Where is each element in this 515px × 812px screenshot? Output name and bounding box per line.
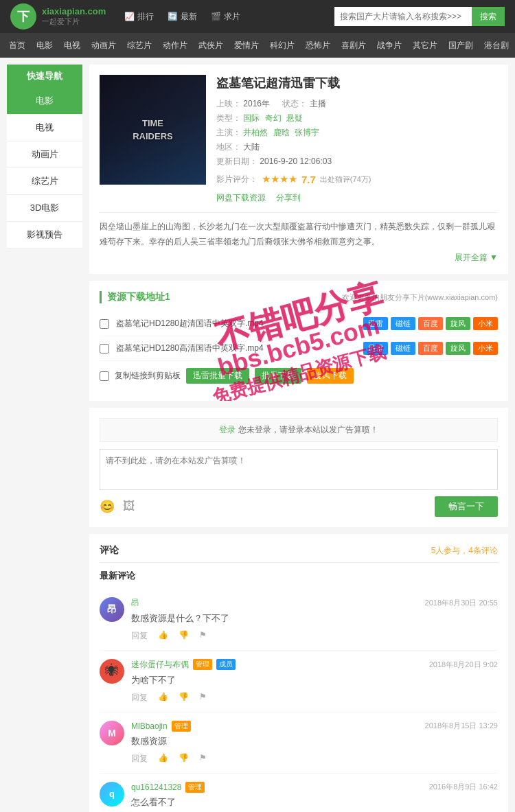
special-checkbox[interactable] — [100, 371, 109, 381]
batch-xunlei-btn[interactable]: 迅雷批量下载 — [186, 368, 249, 384]
logo[interactable]: 下 xiaxiapian.com 一起爱下片 — [10, 3, 106, 30]
xuanfeng-btn-1[interactable]: 旋风 — [446, 317, 470, 330]
director-2[interactable]: 鹿晗 — [273, 128, 290, 137]
genre-link-2[interactable]: 奇幻 — [265, 113, 282, 123]
sidebar-title: 快速导航 — [7, 65, 82, 88]
xuanfeng-batch-btn[interactable]: 旋风下载 — [307, 368, 354, 384]
download-checkbox-1[interactable] — [100, 319, 109, 329]
movie-rating: 影片评分： ★★★★ 7.7 出处猫评(74万) — [216, 173, 498, 185]
expand-link[interactable]: 展开全篇 ▼ — [100, 252, 498, 264]
badge-member-2: 成员 — [216, 659, 236, 670]
username-4[interactable]: qu161241328 — [131, 782, 181, 792]
report-btn-1[interactable]: ⚑ — [199, 630, 207, 642]
badge-admin-3: 管理 — [172, 721, 191, 732]
download-item-2: 盗墓笔记HD1280高清国语中英双字.mp4 迅雷 磁链 百度 旋风 小米 — [100, 336, 498, 361]
like-btn-1[interactable]: 👍 — [158, 630, 168, 642]
director-3[interactable]: 张博宇 — [295, 128, 319, 137]
sidebar-item-animation[interactable]: 动画片 — [7, 141, 82, 168]
comment-textarea[interactable] — [100, 449, 498, 490]
sidebar-item-preview[interactable]: 影视预告 — [7, 222, 82, 248]
nav-icons: 📈 排行 🔄 最新 🎬 求片 — [124, 11, 240, 23]
refresh-icon: 🔄 — [168, 12, 178, 21]
download-checkbox-2[interactable] — [100, 344, 109, 353]
like-btn-2[interactable]: 👍 — [158, 692, 168, 704]
cloud-download-link[interactable]: 网盘下载资源 — [216, 192, 266, 204]
nav-romance[interactable]: 爱情片 — [229, 33, 264, 58]
avatar-4: q — [100, 782, 124, 807]
comments-count: 5人参与，4条评论 — [431, 545, 498, 557]
search-button[interactable]: 搜索 — [472, 7, 505, 26]
nav-animation[interactable]: 动画片 — [86, 33, 122, 58]
xiaomi-btn-2[interactable]: 小米 — [473, 342, 498, 355]
report-btn-3[interactable]: ⚑ — [199, 753, 207, 765]
request-nav[interactable]: 🎬 求片 — [211, 11, 240, 23]
comment-time-3: 2018年8月15日 13:29 — [425, 721, 498, 731]
badge-admin-2: 管理 — [193, 659, 212, 670]
nav-hktw[interactable]: 港台剧 — [479, 33, 514, 58]
submit-comment-button[interactable]: 畅言一下 — [435, 496, 498, 517]
like-btn-3[interactable]: 👍 — [158, 753, 168, 765]
nav-home[interactable]: 首页 — [3, 33, 31, 58]
movie-description: 因垒墙山墨崖上的山海图，长沙老九门在一次大型颠覆盗墓行动中惨遭灭门，精英悉数失踪… — [100, 212, 498, 249]
nav-horror[interactable]: 恐怖片 — [300, 33, 336, 58]
image-upload-icon[interactable]: 🖼 — [123, 499, 135, 514]
dislike-btn-3[interactable]: 👎 — [179, 753, 189, 765]
username-3[interactable]: MlBbaojin — [131, 721, 168, 731]
genre-link-3[interactable]: 悬疑 — [286, 113, 303, 123]
comment-icons: 😊 🖼 — [100, 499, 135, 514]
xuanfeng-btn-2[interactable]: 旋风 — [446, 342, 470, 355]
nav-war[interactable]: 战争片 — [371, 33, 407, 58]
reply-btn-3[interactable]: 回复 — [131, 753, 148, 765]
meta-year: 上映： 2016年 状态： 主播 — [216, 98, 498, 110]
magnet-btn-2[interactable]: 磁链 — [391, 342, 415, 355]
nav-comedy[interactable]: 喜剧片 — [336, 33, 371, 58]
username-1[interactable]: 昂 — [131, 597, 139, 609]
baidu-btn-1[interactable]: 百度 — [418, 317, 443, 330]
sidebar-item-tv[interactable]: 电视 — [7, 115, 82, 141]
dislike-btn-1[interactable]: 👎 — [179, 630, 189, 642]
login-link[interactable]: 登录 — [219, 425, 236, 434]
download-section: 不错吧分享 bbs.bcb5.com 免费提供精品资源下载 资源下载地址1 欢迎… — [89, 281, 508, 401]
username-2[interactable]: 迷你蛋仔与布偶 — [131, 659, 189, 671]
report-btn-2[interactable]: ⚑ — [199, 692, 207, 704]
comment-box-section: 登录 您未登录，请登录本站以发广告算喷！ 😊 🖼 畅言一下 — [89, 408, 508, 527]
dislike-btn-2[interactable]: 👎 — [179, 692, 189, 704]
nav-martial[interactable]: 武侠片 — [193, 33, 229, 58]
director-1[interactable]: 井柏然 — [243, 128, 268, 137]
sidebar-item-movie[interactable]: 电影 — [7, 88, 82, 115]
ranking-nav[interactable]: 📈 排行 — [124, 11, 154, 23]
download-buttons-2: 迅雷 磁链 百度 旋风 小米 — [363, 342, 498, 355]
nav-other[interactable]: 其它片 — [407, 33, 443, 58]
navbar: 首页 电影 电视 动画片 综艺片 动作片 武侠片 爱情片 科幻片 恐怖片 喜剧片… — [0, 33, 515, 58]
nav-scifi[interactable]: 科幻片 — [264, 33, 300, 58]
nav-tv[interactable]: 电视 — [58, 33, 86, 58]
stars: ★★★★ — [262, 173, 297, 185]
reply-btn-2[interactable]: 回复 — [131, 692, 148, 704]
login-prompt-bar: 登录 您未登录，请登录本站以发广告算喷！ — [100, 418, 498, 442]
genre-link-1[interactable]: 国际 — [243, 113, 260, 123]
baidu-btn-2[interactable]: 百度 — [418, 342, 443, 355]
comment-actions-2: 回复 👍 👎 ⚑ — [131, 692, 498, 704]
emoji-icon[interactable]: 😊 — [100, 499, 115, 514]
filename-2: 盗墓笔记HD1280高清国语中英双字.mp4 — [116, 343, 356, 354]
search-input[interactable] — [334, 7, 472, 26]
logo-text: xiaxiapian.com 一起爱下片 — [42, 6, 106, 27]
share-link[interactable]: 分享到 — [276, 192, 301, 204]
sidebar-item-3d[interactable]: 3D电影 — [7, 195, 82, 222]
magnet-btn-1[interactable]: 磁链 — [391, 317, 415, 330]
comments-tab: 评论 — [100, 544, 119, 557]
sidebar-item-variety[interactable]: 综艺片 — [7, 168, 82, 195]
movie-poster: TIMERAIDERS — [100, 75, 206, 185]
xiaomi-btn-1[interactable]: 小米 — [473, 317, 498, 330]
nav-movie[interactable]: 电影 — [31, 33, 58, 58]
nav-variety[interactable]: 综艺片 — [122, 33, 157, 58]
nav-domestic[interactable]: 国产剧 — [443, 33, 479, 58]
xunlei-btn-2[interactable]: 迅雷 — [363, 342, 388, 355]
poster-title-text: TIMERAIDERS — [133, 117, 173, 143]
chart-icon: 📈 — [124, 12, 135, 21]
xunlei-btn-1[interactable]: 迅雷 — [363, 317, 388, 330]
reply-btn-1[interactable]: 回复 — [131, 630, 148, 642]
nav-action[interactable]: 动作片 — [157, 33, 193, 58]
batch-download-btn[interactable]: 批量下载 — [255, 368, 301, 384]
latest-nav[interactable]: 🔄 最新 — [168, 11, 197, 23]
